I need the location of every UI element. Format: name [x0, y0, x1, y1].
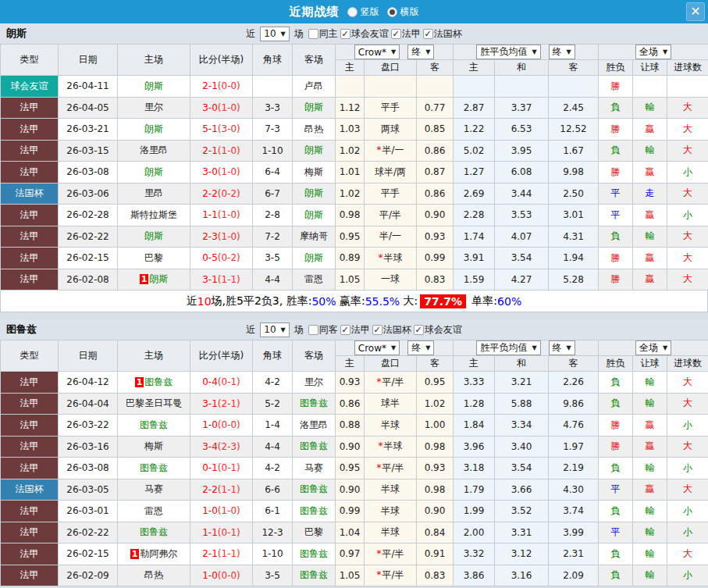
league-cell: 法甲	[1, 248, 59, 269]
home-team-cell: 朗斯	[118, 76, 190, 98]
scope-header-group: 全场▼	[599, 45, 708, 60]
result-outcome: 負	[599, 393, 633, 415]
league-cell: 法甲	[1, 162, 59, 184]
chevron-down-icon: ▼	[425, 48, 430, 55]
sub-header: 让球	[633, 356, 667, 372]
layout-radio-label: 横版	[400, 5, 419, 19]
league-cell: 法甲	[1, 97, 59, 119]
result-handicap: 輸	[633, 501, 667, 522]
match-count-select[interactable]: 10 ▼	[260, 27, 289, 41]
handicap-line: 球半	[365, 393, 417, 415]
odds-state-select[interactable]: 终▼	[407, 45, 434, 59]
checkbox-icon[interactable]: ✓	[340, 325, 350, 335]
result-goals: 大	[667, 479, 708, 501]
handicap-line: 平手	[365, 97, 417, 119]
checkbox-icon[interactable]: ✓	[423, 29, 433, 39]
avg-draw-odds	[495, 76, 549, 98]
filter-option-label: 法甲	[402, 27, 421, 41]
filter-option[interactable]: ✓法国杯	[423, 27, 462, 41]
handicap-line: *半球	[365, 248, 417, 269]
home-team-cell: 梅斯	[118, 436, 190, 458]
close-button[interactable]: ✕	[686, 2, 705, 21]
handicap-away-odds: 0.83	[417, 565, 454, 586]
date-cell: 26-03-22	[59, 415, 118, 437]
halftime-score: (1-0)	[218, 231, 240, 242]
fulltime-score: 1-0	[202, 505, 218, 516]
avg-away-odds: 2.45	[549, 97, 599, 119]
filter-option[interactable]: ✓法甲	[340, 323, 370, 337]
date-cell: 26-02-28	[59, 205, 118, 226]
away-team-cell: 图鲁兹	[293, 436, 336, 458]
away-team-name: 雷恩	[304, 273, 323, 284]
score-cell: 3-4(2-3)	[190, 436, 253, 458]
corner-cell: 1-10	[253, 140, 293, 162]
away-team-cell: 洛里昂	[293, 415, 336, 437]
sub-header: 和	[495, 356, 549, 372]
matches-table: 类型 日期 主场 比分(半场) 角球 客场 Crow*▼ 终▼ 胜平负均值▼ 终…	[0, 44, 708, 290]
handicap-home-odds: 1.05	[336, 565, 365, 586]
avg-away-odds: 4.30	[549, 479, 599, 501]
odds-state-select[interactable]: 终▼	[407, 340, 434, 355]
league-cell: 法甲	[1, 522, 59, 543]
handicap-away-odds	[417, 76, 454, 98]
score-cell: 1-0(1-0)	[190, 501, 253, 522]
layout-radio-option[interactable]: 竖版	[347, 5, 379, 19]
layout-radio-label: 竖版	[361, 5, 379, 19]
avg-state-select[interactable]: 终▼	[549, 45, 575, 59]
result-outcome: 負	[599, 372, 633, 394]
halftime-score: (1-0)	[218, 166, 240, 177]
away-team-cell: 梅斯	[293, 162, 336, 184]
checkbox-icon[interactable]: ✓	[340, 29, 350, 39]
filter-group: 近 10 ▼ 场 同主✓球会友谊✓法甲✓法国杯	[246, 27, 461, 41]
match-count-select[interactable]: 10 ▼	[260, 323, 289, 337]
result-handicap: 贏	[633, 248, 667, 269]
scope-select[interactable]: 全场▼	[635, 45, 671, 59]
handicap-home-odds	[336, 76, 365, 98]
result-goals: 小	[667, 501, 708, 522]
odds-header-group: Crow*▼ 终▼	[336, 45, 454, 60]
filter-row: 朗斯 近 10 ▼ 场 同主✓球会友谊✓法甲✓法国杯	[0, 23, 708, 44]
handicap-home-odds: 0.90	[336, 436, 365, 458]
away-team-name: 卢昂	[304, 80, 323, 91]
avg-draw-odds: 4.27	[495, 269, 549, 290]
checkbox-icon[interactable]: ✓	[414, 325, 424, 335]
score-cell: 3-1(2-1)	[190, 393, 253, 415]
avg-away-odds: 4.76	[549, 415, 599, 437]
date-cell: 26-02-15	[59, 543, 118, 565]
away-team-name: 图鲁兹	[300, 440, 328, 451]
page-title: 近期战绩	[290, 5, 340, 20]
chevron-down-icon: ▼	[567, 48, 571, 55]
avg-state-select[interactable]: 终▼	[549, 340, 575, 355]
checkbox-icon[interactable]: ✓	[391, 29, 401, 39]
rank-badge: 1	[130, 549, 140, 559]
filter-option[interactable]: ✓法国杯	[372, 323, 411, 337]
match-row: 法甲26-03-15洛里昂2-1(1-0)1-10朗斯1.02*半/一0.865…	[1, 140, 708, 162]
filter-option[interactable]: 同客	[308, 323, 338, 337]
avg-draw-odds: 3.53	[495, 205, 549, 226]
avg-select[interactable]: 胜平负均值▼	[476, 340, 540, 355]
checkbox-icon[interactable]	[308, 29, 318, 39]
radio-icon[interactable]	[347, 7, 358, 17]
filter-option[interactable]: ✓球会友谊	[340, 27, 389, 41]
layout-radio-option[interactable]: 横版	[387, 5, 419, 19]
handicap-line: 半球	[365, 501, 417, 522]
home-team-name: 图鲁兹	[140, 526, 168, 537]
score-cell: 3-0(1-0)	[190, 97, 253, 119]
match-count-value: 10	[264, 324, 276, 335]
filter-option[interactable]: ✓球会友谊	[414, 323, 462, 337]
handicap-home-odds: 0.90	[336, 479, 365, 501]
match-row: 法甲26-02-28斯特拉斯堡1-1(1-0)2-8朗斯0.98平/半0.902…	[1, 205, 708, 226]
odds-provider-select[interactable]: Crow*▼	[354, 340, 400, 355]
home-team-name: 洛里昂	[140, 144, 168, 155]
filter-option[interactable]: ✓法甲	[391, 27, 421, 41]
filter-option[interactable]: 同主	[308, 27, 338, 41]
scope-select[interactable]: 全场▼	[635, 340, 671, 355]
away-team-name: 马赛	[304, 462, 323, 473]
odds-provider-select[interactable]: Crow*▼	[354, 45, 400, 59]
checkbox-icon[interactable]	[308, 325, 318, 335]
radio-icon[interactable]	[387, 7, 397, 17]
checkbox-icon[interactable]: ✓	[372, 325, 382, 335]
away-team-name: 巴黎	[304, 526, 323, 537]
avg-select[interactable]: 胜平负均值▼	[476, 45, 540, 59]
away-team-name: 朗斯	[304, 102, 323, 112]
